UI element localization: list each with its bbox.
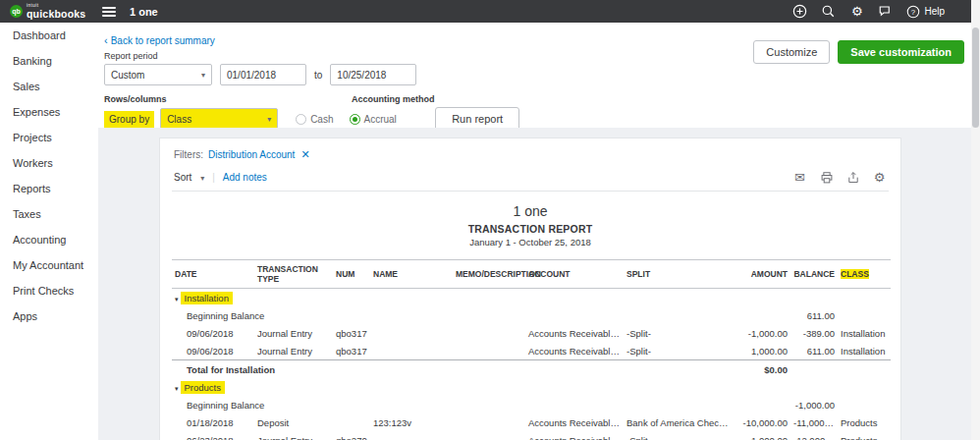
sidebar-item-projects[interactable]: Projects — [0, 125, 98, 150]
cash-radio[interactable]: Cash — [296, 114, 333, 125]
help-icon: ? — [906, 5, 920, 19]
beginning-balance-value: -1,000.00 — [790, 396, 838, 413]
collapse-triangle-icon[interactable]: ▾ — [175, 296, 179, 302]
report-area: Filters: Distribution Account ✕ Sort ▾ |… — [98, 128, 980, 440]
section-name[interactable]: Installation — [181, 292, 233, 304]
section-name[interactable]: Products — [181, 381, 226, 394]
table-header-row: DATE TRANSACTION TYPE NUM NAME MEMO/DESC… — [172, 260, 891, 289]
export-icon[interactable] — [845, 170, 860, 185]
section-header-products: ▾Products — [172, 378, 891, 396]
company-name: 1 one — [130, 6, 158, 18]
chat-icon[interactable] — [878, 4, 893, 19]
gear-icon[interactable]: ⚙ — [849, 4, 864, 19]
table-row[interactable]: 09/06/2018 Journal Entry qbo317 Accounts… — [172, 324, 891, 342]
group-by-select[interactable]: Class ▾ — [160, 108, 278, 130]
section-header-installation: ▾Installation — [172, 289, 891, 307]
plus-icon[interactable] — [792, 4, 807, 19]
accounting-method-label: Accounting method — [352, 94, 435, 104]
sidebar-item-banking[interactable]: Banking — [0, 48, 98, 74]
scrollbar-thumb[interactable] — [972, 28, 979, 128]
save-customization-button[interactable]: Save customization — [838, 40, 964, 64]
sidebar-item-sales[interactable]: Sales — [0, 74, 98, 99]
beginning-balance-value: 611.00 — [790, 306, 838, 324]
search-icon[interactable] — [821, 4, 836, 19]
divider: | — [212, 172, 215, 183]
qb-circle-icon: qb — [10, 5, 23, 18]
filter-chip-distribution-account[interactable]: Distribution Account — [208, 149, 295, 160]
radio-unchecked-icon — [296, 114, 306, 125]
email-icon[interactable]: ✉ — [792, 170, 807, 185]
beginning-balance-row: Beginning Balance -1,000.00 — [172, 396, 891, 413]
sort-dropdown[interactable]: Sort ▾ — [174, 172, 204, 183]
chevron-left-icon: ‹ — [104, 34, 108, 46]
chevron-down-icon: ▾ — [200, 174, 204, 183]
chevron-down-icon: ▾ — [267, 115, 271, 124]
main-content: ‹ Back to report summary Report period C… — [98, 23, 980, 440]
hamburger-menu-icon[interactable] — [102, 5, 116, 19]
report-company-title: 1 one — [172, 203, 889, 219]
table-row[interactable]: 06/23/2018 Journal Entry qbo270 Accounts… — [172, 431, 891, 440]
sidebar: Dashboard Banking Sales Expenses Project… — [0, 23, 98, 440]
customize-button[interactable]: Customize — [753, 40, 830, 64]
quickbooks-label: quickbooks — [27, 9, 85, 20]
report-type-title: TRANSACTION REPORT — [172, 223, 889, 235]
report-controls: ‹ Back to report summary Report period C… — [98, 23, 980, 128]
add-notes-link[interactable]: Add notes — [223, 172, 267, 183]
sidebar-item-dashboard[interactable]: Dashboard — [0, 23, 98, 48]
sidebar-item-reports[interactable]: Reports — [0, 176, 98, 201]
group-by-label: Group by — [104, 111, 154, 128]
col-date[interactable]: DATE — [172, 260, 254, 289]
sidebar-item-expenses[interactable]: Expenses — [0, 99, 98, 125]
col-account[interactable]: ACCOUNT — [525, 260, 624, 289]
report-settings-gear-icon[interactable]: ⚙ — [872, 170, 887, 185]
report-card: Filters: Distribution Account ✕ Sort ▾ |… — [159, 138, 901, 440]
to-label: to — [314, 70, 322, 81]
sidebar-item-accounting[interactable]: Accounting — [0, 227, 98, 252]
collapse-triangle-icon[interactable]: ▾ — [175, 385, 179, 392]
table-row[interactable]: 09/06/2018 Journal Entry qbo317 Accounts… — [172, 342, 891, 360]
chevron-down-icon: ▾ — [201, 71, 205, 80]
radio-checked-icon — [350, 114, 360, 125]
transaction-report-table: DATE TRANSACTION TYPE NUM NAME MEMO/DESC… — [172, 259, 891, 440]
date-from-input[interactable] — [220, 64, 306, 85]
date-to-input[interactable] — [330, 64, 416, 85]
filters-label: Filters: — [174, 149, 203, 160]
sidebar-item-my-accountant[interactable]: My Accountant — [0, 252, 98, 278]
col-class[interactable]: CLASS — [838, 260, 891, 289]
beginning-balance-row: Beginning Balance 611.00 — [172, 306, 891, 324]
svg-text:?: ? — [911, 7, 915, 16]
remove-filter-icon[interactable]: ✕ — [300, 148, 309, 161]
sidebar-item-print-checks[interactable]: Print Checks — [0, 278, 98, 303]
report-date-range: January 1 - October 25, 2018 — [172, 237, 889, 248]
sidebar-item-workers[interactable]: Workers — [0, 150, 98, 176]
col-name[interactable]: NAME — [370, 260, 453, 289]
total-row-installation: Total for Installation $0.00 — [172, 360, 891, 379]
col-memo[interactable]: MEMO/DESCRIPTION — [453, 260, 525, 289]
col-transaction-type[interactable]: TRANSACTION TYPE — [254, 260, 333, 289]
total-amount: $0.00 — [732, 360, 790, 379]
sidebar-item-apps[interactable]: Apps — [0, 303, 98, 329]
col-balance[interactable]: BALANCE — [790, 260, 838, 289]
accrual-radio[interactable]: Accrual — [350, 114, 397, 125]
sidebar-item-taxes[interactable]: Taxes — [0, 201, 98, 227]
help-button[interactable]: ? Help — [906, 5, 945, 19]
topbar: qb intuit quickbooks 1 one ⚙ ? Help — [0, 0, 980, 23]
help-label: Help — [924, 6, 945, 17]
col-num[interactable]: NUM — [333, 260, 370, 289]
rows-columns-label: Rows/columns — [104, 94, 352, 104]
table-row[interactable]: 01/18/2018 Deposit 123:123v Accounts Rec… — [172, 413, 891, 431]
col-split[interactable]: SPLIT — [624, 260, 732, 289]
quickbooks-logo[interactable]: qb intuit quickbooks — [10, 4, 96, 19]
report-period-select[interactable]: Custom ▾ — [104, 64, 212, 85]
vertical-scrollbar[interactable] — [971, 0, 980, 440]
back-to-report-summary-link[interactable]: ‹ Back to report summary — [104, 34, 215, 46]
print-icon[interactable] — [819, 170, 834, 185]
col-amount[interactable]: AMOUNT — [732, 260, 790, 289]
